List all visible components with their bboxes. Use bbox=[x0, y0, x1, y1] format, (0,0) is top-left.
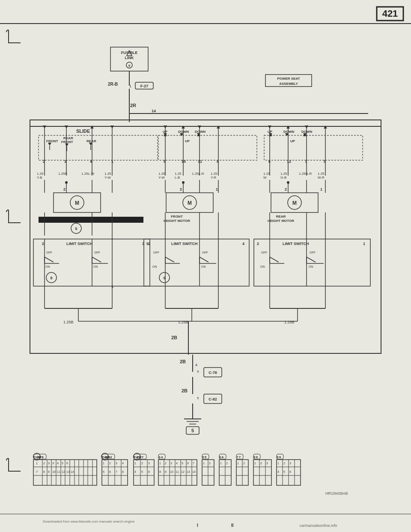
svg-text:6: 6 bbox=[219, 455, 221, 459]
svg-text:14: 14 bbox=[192, 470, 196, 473]
svg-text:1: 1 bbox=[320, 187, 322, 191]
svg-text:1: 1 bbox=[216, 187, 218, 191]
svg-text:11: 11 bbox=[57, 470, 60, 473]
svg-text:1.25: 1.25 bbox=[318, 172, 325, 176]
svg-text:SLIDE: SLIDE bbox=[76, 129, 90, 134]
svg-text:OFF: OFF bbox=[310, 251, 316, 254]
svg-text:1.25: 1.25 bbox=[280, 172, 287, 176]
svg-point-360 bbox=[33, 453, 40, 460]
svg-text:2: 2 bbox=[148, 242, 150, 246]
svg-text:HEIGHT MOTOR: HEIGHT MOTOR bbox=[164, 219, 190, 223]
svg-marker-389 bbox=[182, 126, 185, 129]
svg-line-169 bbox=[165, 257, 174, 262]
svg-text:M: M bbox=[75, 200, 79, 206]
svg-text:9: 9 bbox=[163, 276, 165, 280]
svg-text:421: 421 bbox=[382, 8, 398, 19]
svg-text:14: 14 bbox=[71, 470, 74, 473]
svg-text:REAR: REAR bbox=[86, 139, 96, 143]
svg-marker-385 bbox=[65, 126, 68, 129]
svg-text:6: 6 bbox=[148, 470, 150, 473]
svg-text:1: 1 bbox=[111, 284, 113, 289]
svg-point-6 bbox=[126, 62, 132, 68]
svg-rect-333 bbox=[253, 460, 271, 485]
svg-rect-376 bbox=[219, 454, 226, 459]
svg-text:1: 1 bbox=[36, 462, 38, 465]
svg-text:FRONT: FRONT bbox=[171, 215, 183, 218]
svg-text:7: 7 bbox=[305, 159, 307, 164]
svg-text:2: 2 bbox=[257, 242, 259, 246]
svg-text:7: 7 bbox=[239, 455, 241, 459]
svg-text:2: 2 bbox=[243, 462, 245, 465]
svg-text:2: 2 bbox=[63, 187, 66, 191]
svg-rect-378 bbox=[236, 454, 243, 459]
svg-rect-108 bbox=[54, 193, 101, 212]
svg-text:9: 9 bbox=[197, 370, 199, 374]
svg-text:1: 1 bbox=[277, 462, 279, 465]
svg-text:OFF: OFF bbox=[261, 251, 267, 254]
svg-text:F-27: F-27 bbox=[137, 455, 144, 459]
svg-rect-368 bbox=[102, 454, 115, 459]
svg-rect-22 bbox=[30, 120, 381, 353]
svg-rect-111 bbox=[166, 193, 213, 212]
svg-marker-392 bbox=[268, 126, 271, 129]
svg-marker-386 bbox=[90, 126, 94, 129]
svg-text:Downloaded from www.Manulib.co: Downloaded from www.Manulib.com manuals … bbox=[43, 520, 135, 523]
svg-rect-372 bbox=[158, 454, 165, 459]
svg-marker-50 bbox=[269, 133, 272, 136]
svg-text:ON: ON bbox=[309, 265, 313, 268]
svg-marker-391 bbox=[217, 126, 220, 129]
svg-marker-40 bbox=[164, 133, 167, 136]
svg-rect-215 bbox=[204, 368, 222, 377]
svg-marker-394 bbox=[305, 126, 308, 129]
svg-text:3: 3 bbox=[289, 462, 291, 465]
svg-text:3: 3 bbox=[48, 462, 50, 465]
svg-text:4: 4 bbox=[176, 462, 178, 465]
svg-point-115 bbox=[288, 196, 301, 209]
svg-text:FUSIBLE: FUSIBLE bbox=[121, 51, 138, 55]
svg-text:Y-W: Y-W bbox=[104, 176, 111, 179]
svg-text:5: 5 bbox=[75, 227, 77, 231]
svg-text:9: 9 bbox=[164, 159, 166, 164]
svg-point-362 bbox=[101, 453, 108, 460]
svg-text:OFF: OFF bbox=[46, 251, 52, 254]
svg-text:1: 1 bbox=[129, 84, 131, 88]
svg-text:9: 9 bbox=[279, 455, 281, 459]
svg-text:1: 1 bbox=[237, 462, 239, 465]
svg-point-159 bbox=[46, 272, 57, 283]
svg-text:6: 6 bbox=[66, 462, 68, 465]
svg-text:5: 5 bbox=[103, 470, 104, 473]
svg-text:4: 4 bbox=[277, 470, 279, 473]
svg-text:OFF: OFF bbox=[94, 251, 100, 254]
svg-text:4: 4 bbox=[158, 455, 161, 459]
svg-text:12: 12 bbox=[287, 159, 291, 164]
svg-text:1: 1 bbox=[134, 462, 136, 465]
svg-text:W: W bbox=[263, 176, 267, 179]
svg-marker-54 bbox=[303, 133, 307, 136]
svg-text:2B: 2B bbox=[171, 335, 177, 340]
svg-rect-380 bbox=[253, 454, 260, 459]
svg-rect-114 bbox=[271, 193, 318, 212]
svg-line-157 bbox=[92, 257, 101, 262]
svg-text:1: 1 bbox=[254, 462, 256, 465]
svg-text:1: 1 bbox=[220, 462, 222, 465]
svg-text:5: 5 bbox=[202, 455, 204, 459]
svg-text:LIMIT SWITCH: LIMIT SWITCH bbox=[66, 242, 93, 246]
svg-text:13: 13 bbox=[187, 470, 190, 473]
svg-rect-261 bbox=[102, 460, 128, 485]
svg-text:5: 5 bbox=[197, 396, 199, 400]
svg-text:FRONT: FRONT bbox=[46, 139, 58, 143]
svg-text:1.25R: 1.25R bbox=[58, 172, 68, 176]
svg-text:L-B: L-B bbox=[175, 176, 180, 179]
svg-text:REAR: REAR bbox=[276, 215, 286, 218]
svg-point-364 bbox=[134, 453, 140, 460]
svg-text:POWER SEAT: POWER SEAT bbox=[277, 77, 300, 81]
svg-rect-319 bbox=[219, 460, 231, 485]
svg-text:2: 2 bbox=[260, 462, 262, 465]
svg-text:5: 5 bbox=[324, 159, 326, 164]
svg-text:9: 9 bbox=[48, 470, 50, 473]
svg-rect-220 bbox=[204, 394, 222, 403]
svg-text:ON: ON bbox=[45, 265, 50, 268]
svg-text:OFF: OFF bbox=[202, 251, 208, 254]
svg-text:2: 2 bbox=[141, 462, 143, 465]
svg-text:4: 4 bbox=[90, 159, 92, 164]
